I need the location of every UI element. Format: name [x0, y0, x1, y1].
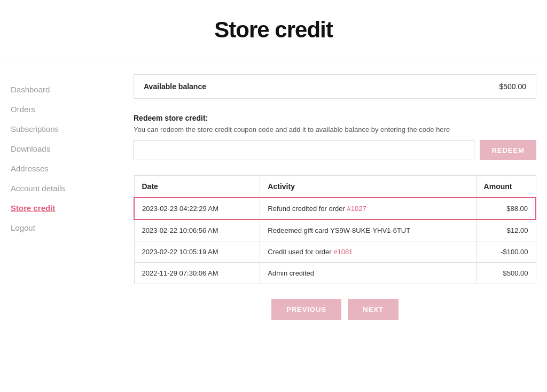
col-date: Date — [134, 176, 260, 198]
sidebar-item-orders[interactable]: Orders — [11, 99, 118, 119]
cell-activity: Refund credited for order #1027 — [260, 198, 476, 219]
redeem-button[interactable]: REDEEM — [480, 140, 536, 160]
cell-date: 2023-02-22 10:06:56 AM — [134, 219, 260, 241]
col-activity: Activity — [260, 176, 476, 198]
activity-link[interactable]: #1027 — [347, 205, 366, 213]
sidebar: Dashboard Orders Subscriptions Downloads… — [11, 74, 118, 376]
cell-amount: $12.00 — [476, 219, 536, 241]
cell-date: 2022-11-29 07:30:06 AM — [134, 263, 260, 284]
content-layout: Dashboard Orders Subscriptions Downloads… — [0, 58, 547, 392]
previous-button[interactable]: PREVIOUS — [271, 299, 341, 320]
sidebar-item-dashboard[interactable]: Dashboard — [11, 80, 118, 99]
redeem-description: You can redeem the store credit coupon c… — [134, 126, 536, 134]
balance-amount: $500.00 — [499, 82, 526, 91]
page-wrapper: Store credit Dashboard Orders Subscripti… — [0, 0, 547, 392]
table-body: 2023-02-23 04:22:29 AMRefund credited fo… — [134, 198, 536, 284]
main-content: Available balance $500.00 Redeem store c… — [118, 74, 536, 376]
activity-table: Date Activity Amount 2023-02-23 04:22:29… — [134, 175, 536, 284]
table-row: 2023-02-23 04:22:29 AMRefund credited fo… — [134, 198, 536, 219]
table-row: 2023-02-22 10:05:19 AMCredit used for or… — [134, 241, 536, 263]
next-button[interactable]: NEXT — [348, 299, 398, 320]
redeem-input-row: REDEEM — [134, 140, 536, 160]
page-title: Store credit — [0, 17, 547, 43]
cell-amount: $88.00 — [476, 198, 536, 219]
cell-date: 2023-02-23 04:22:29 AM — [134, 198, 260, 219]
table-header-row: Date Activity Amount — [134, 176, 536, 198]
table-header: Date Activity Amount — [134, 176, 536, 198]
sidebar-item-addresses[interactable]: Addresses — [11, 159, 118, 178]
cell-activity: Redeemed gift card YS9W-8UKE-YHV1-6TUT — [260, 219, 476, 241]
redeem-input[interactable] — [134, 140, 474, 160]
sidebar-item-store-credit[interactable]: Store credit — [11, 198, 118, 218]
cell-activity: Credit used for order #1081 — [260, 241, 476, 263]
page-title-section: Store credit — [0, 0, 547, 58]
cell-date: 2023-02-22 10:05:19 AM — [134, 241, 260, 263]
pagination: PREVIOUS NEXT — [134, 299, 536, 336]
cell-amount: -$100.00 — [476, 241, 536, 263]
redeem-title: Redeem store credit: — [134, 114, 536, 122]
activity-link[interactable]: #1081 — [333, 248, 353, 256]
sidebar-item-account-details[interactable]: Account details — [11, 178, 118, 198]
col-amount: Amount — [476, 176, 536, 198]
sidebar-item-logout[interactable]: Logout — [11, 218, 118, 238]
cell-activity: Admin credited — [260, 263, 476, 284]
redeem-section: Redeem store credit: You can redeem the … — [134, 114, 536, 160]
balance-label: Available balance — [144, 82, 206, 91]
cell-amount: $500.00 — [476, 263, 536, 284]
table-row: 2023-02-22 10:06:56 AMRedeemed gift card… — [134, 219, 536, 241]
sidebar-item-subscriptions[interactable]: Subscriptions — [11, 119, 118, 139]
balance-box: Available balance $500.00 — [134, 74, 536, 99]
table-row: 2022-11-29 07:30:06 AMAdmin credited$500… — [134, 263, 536, 284]
sidebar-item-downloads[interactable]: Downloads — [11, 139, 118, 159]
